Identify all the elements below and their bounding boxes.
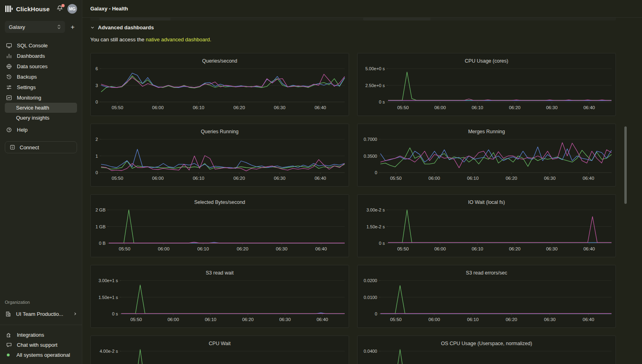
- chart-card-merges-running: Merges Running 00.35000.700005:5006:0006…: [357, 124, 616, 187]
- line-chart[interactable]: 0 B1 GB2 GB05:5006:0006:1006:2006:3006:4…: [91, 205, 349, 258]
- connect-button[interactable]: Connect: [5, 141, 77, 153]
- sidebar-item-query-insights[interactable]: Query insights: [5, 113, 77, 123]
- connect-label: Connect: [20, 144, 39, 150]
- workspace-select-value: Galaxy: [9, 24, 57, 30]
- svg-text:6: 6: [95, 66, 98, 71]
- line-chart[interactable]: 0 s2.50e+0 s5.00e+0 s05:5006:0006:1006:2…: [358, 64, 616, 116]
- chart-title: S3 read wait: [91, 265, 349, 276]
- svg-text:0.3500: 0.3500: [364, 154, 377, 159]
- sidebar-item-dashboards[interactable]: Dashboards: [5, 51, 77, 61]
- chart-card-os-cpu-usage: OS CPU Usage (Userspace, normalized) 00.…: [357, 336, 616, 364]
- sidebar-item-label: Help: [17, 127, 28, 133]
- building-icon: [5, 311, 11, 317]
- chevron-right-icon: [73, 311, 77, 317]
- svg-text:06:10: 06:10: [467, 317, 479, 322]
- svg-text:4.00e-2 s: 4.00e-2 s: [100, 349, 118, 354]
- chart-card-s3-read-errors: S3 read errors/sec 00.01000.020005:5006:…: [357, 265, 616, 328]
- svg-text:06:40: 06:40: [583, 317, 594, 322]
- note-text: You can still access the: [90, 37, 146, 43]
- sidebar-item-chat-support[interactable]: Chat with support: [0, 340, 82, 350]
- line-chart[interactable]: 0 s1.50e-2 s3.00e-2 s05:5006:0006:1006:2…: [358, 205, 616, 258]
- line-chart[interactable]: 0 s1.50e+1 s3.00e+1 s05:5006:0006:1006:2…: [91, 276, 349, 328]
- status-dot: [7, 354, 10, 356]
- vertical-scrollbar[interactable]: [624, 126, 627, 204]
- sidebar-divider: [0, 325, 82, 325]
- brand-row: ClickHouse MG: [0, 0, 82, 18]
- sliders-icon: [6, 84, 12, 90]
- svg-text:0: 0: [375, 311, 377, 316]
- svg-text:06:40: 06:40: [583, 105, 595, 110]
- chart-title: Merges Running: [358, 124, 616, 134]
- puzzle-icon: [6, 332, 12, 338]
- scrolled-partial-content: [90, 18, 616, 20]
- svg-text:05:50: 05:50: [112, 176, 123, 181]
- line-chart[interactable]: 00.01000.020005:5006:0006:1006:2006:3006…: [358, 276, 616, 328]
- sidebar-nav: SQL Console Dashboards Data sources Back…: [0, 39, 82, 136]
- sidebar-item-backups[interactable]: Backups: [5, 71, 77, 82]
- notifications-button[interactable]: [56, 5, 64, 13]
- svg-text:06:20: 06:20: [242, 317, 254, 322]
- line-chart[interactable]: 00.02000.040005:5006:0006:1006:2006:3006…: [358, 346, 616, 364]
- organization-switcher[interactable]: UI Team Productio...: [0, 309, 82, 319]
- sidebar-item-label: Monitoring: [17, 95, 41, 101]
- chart-card-queries-running: Queries Running 01205:5006:0006:1006:200…: [90, 124, 349, 187]
- sidebar-item-monitoring[interactable]: Monitoring: [5, 92, 77, 103]
- svg-text:06:30: 06:30: [276, 246, 288, 251]
- svg-text:06:20: 06:20: [237, 246, 248, 251]
- line-chart[interactable]: 00.35000.700005:5006:0006:1006:2006:3006…: [358, 134, 616, 187]
- sidebar-item-integrations[interactable]: Integrations: [0, 330, 82, 340]
- line-chart[interactable]: 03605:5006:0006:1006:2006:3006:40: [91, 64, 349, 116]
- section-title: Advanced dashboards: [98, 24, 154, 31]
- connect-icon: [9, 144, 16, 150]
- brand-name: ClickHouse: [16, 6, 50, 12]
- page-header: Galaxy - Health: [82, 0, 642, 18]
- sidebar-item-settings[interactable]: Settings: [5, 82, 77, 92]
- sidebar-item-sql-console[interactable]: SQL Console: [5, 40, 77, 51]
- svg-text:06:10: 06:10: [193, 105, 204, 110]
- native-dashboard-link[interactable]: native advanced dashboard.: [146, 37, 211, 43]
- svg-text:06:00: 06:00: [434, 246, 446, 251]
- chevron-updown-icon: [57, 24, 61, 29]
- sidebar-item-service-health[interactable]: Service health: [5, 103, 77, 113]
- clickhouse-logo-icon: [5, 5, 13, 13]
- svg-text:06:20: 06:20: [506, 317, 517, 322]
- svg-text:05:50: 05:50: [390, 317, 402, 322]
- partial-tab: [100, 18, 171, 20]
- svg-text:05:50: 05:50: [119, 246, 130, 251]
- svg-text:06:00: 06:00: [429, 176, 440, 181]
- line-chart[interactable]: 01205:5006:0006:1006:2006:3006:40: [91, 134, 349, 187]
- workspace-select[interactable]: Galaxy: [5, 21, 65, 33]
- svg-text:2.50e+0 s: 2.50e+0 s: [365, 83, 385, 88]
- avatar[interactable]: MG: [67, 4, 77, 14]
- svg-text:06:30: 06:30: [274, 105, 286, 110]
- svg-text:1.50e+1 s: 1.50e+1 s: [98, 295, 118, 300]
- svg-text:06:00: 06:00: [158, 246, 170, 251]
- svg-text:0.0400: 0.0400: [364, 349, 377, 354]
- svg-text:06:40: 06:40: [315, 105, 326, 110]
- advanced-dashboards-toggle[interactable]: Advanced dashboards: [90, 24, 642, 31]
- sidebar-item-help[interactable]: Help: [5, 124, 77, 135]
- help-icon: [6, 126, 12, 133]
- svg-text:06:40: 06:40: [315, 246, 327, 251]
- svg-text:0 s: 0 s: [379, 241, 385, 246]
- svg-text:06:00: 06:00: [152, 105, 164, 110]
- system-status[interactable]: All systems operational: [0, 350, 82, 360]
- svg-text:0: 0: [95, 100, 98, 104]
- svg-text:06:30: 06:30: [546, 246, 558, 251]
- partial-tab: [363, 18, 431, 20]
- svg-text:06:00: 06:00: [167, 317, 179, 322]
- status-label: All systems operational: [16, 352, 70, 358]
- svg-text:06:30: 06:30: [546, 105, 558, 110]
- sidebar-item-data-sources[interactable]: Data sources: [5, 61, 77, 71]
- notification-dot: [61, 4, 65, 7]
- svg-text:06:20: 06:20: [506, 176, 517, 181]
- svg-text:06:30: 06:30: [544, 176, 556, 181]
- line-chart[interactable]: 0 s2.00e-2 s4.00e-2 s05:5006:0006:1006:2…: [91, 346, 349, 364]
- svg-text:0.0200: 0.0200: [364, 278, 377, 283]
- svg-text:06:40: 06:40: [583, 246, 595, 251]
- chart-card-s3-read-wait: S3 read wait 0 s1.50e+1 s3.00e+1 s05:500…: [90, 265, 349, 328]
- chat-bubble-icon: [6, 342, 12, 348]
- svg-text:06:30: 06:30: [274, 176, 286, 181]
- add-service-button[interactable]: +: [71, 24, 75, 31]
- sidebar: ClickHouse MG Galaxy + SQL Console: [0, 0, 82, 364]
